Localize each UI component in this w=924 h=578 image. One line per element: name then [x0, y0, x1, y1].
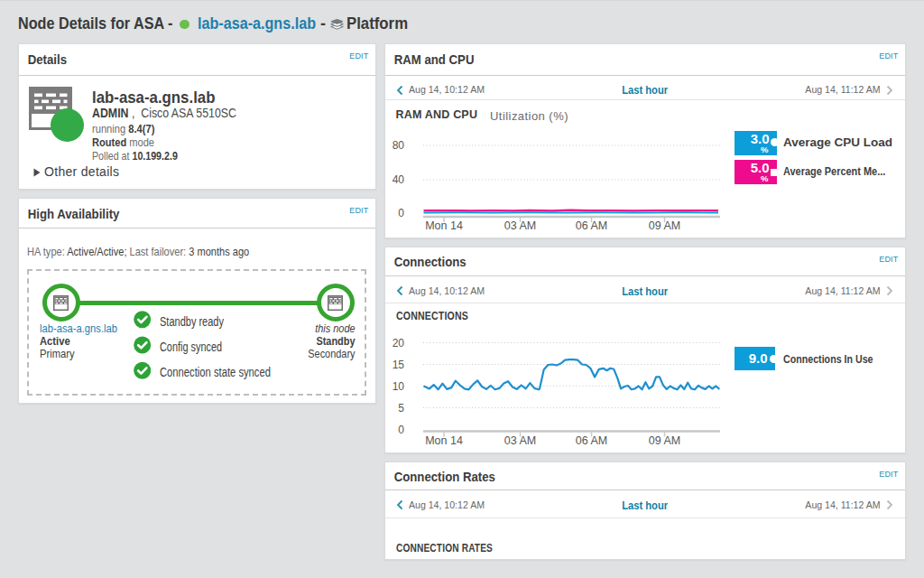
svg-text:0: 0: [398, 207, 404, 219]
svg-text:10: 10: [393, 380, 405, 393]
svg-text:09 AM: 09 AM: [649, 219, 680, 232]
svg-text:Mon 14: Mon 14: [425, 434, 463, 447]
svg-text:15: 15: [393, 359, 405, 371]
svg-text:06 AM: 06 AM: [576, 219, 607, 232]
svg-text:40: 40: [393, 173, 405, 186]
svg-text:06 AM: 06 AM: [576, 434, 607, 447]
svg-text:0: 0: [398, 424, 404, 436]
svg-text:03 AM: 03 AM: [504, 434, 536, 447]
svg-text:09 AM: 09 AM: [649, 434, 680, 447]
svg-text:Mon 14: Mon 14: [425, 219, 463, 232]
svg-text:03 AM: 03 AM: [504, 219, 536, 232]
svg-text:20: 20: [393, 337, 405, 350]
svg-text:80: 80: [393, 139, 405, 152]
svg-text:5: 5: [398, 402, 404, 415]
